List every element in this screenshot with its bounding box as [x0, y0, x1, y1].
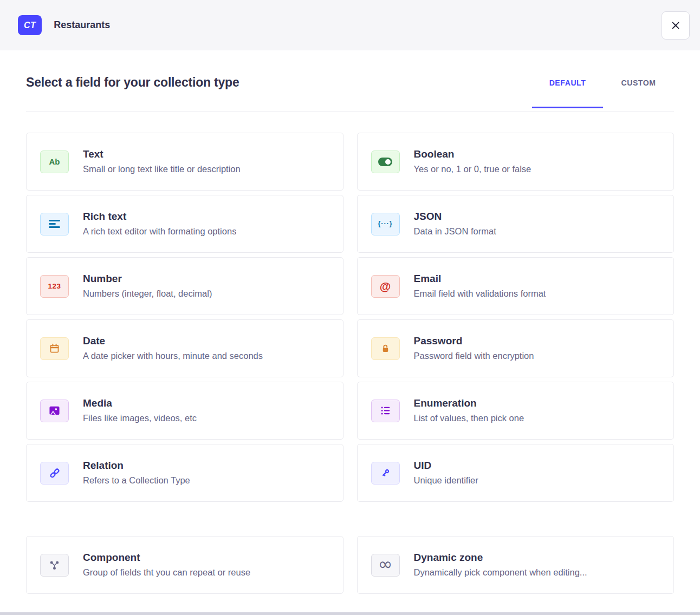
field-card-email[interactable]: @ Email Email field with validations for… [357, 257, 675, 315]
calendar-icon [40, 337, 69, 360]
field-card-json[interactable]: {···} JSON Data in JSON format [357, 195, 675, 253]
field-title: Dynamic zone [414, 552, 587, 564]
chain-link-icon [40, 462, 69, 485]
field-title: Password [414, 335, 534, 347]
field-title: Date [83, 335, 263, 347]
section-head: Select a field for your collection type … [26, 74, 674, 112]
toggle-on-icon [371, 151, 400, 173]
field-card-boolean[interactable]: Boolean Yes or no, 1 or 0, true or false [357, 133, 675, 191]
field-description: Email field with validations format [414, 289, 546, 299]
field-description: Unique identifier [414, 475, 478, 486]
header-left: CT Restaurants [18, 15, 110, 35]
tab-custom[interactable]: CUSTOM [603, 74, 674, 108]
text-lines-icon [40, 213, 69, 235]
footer-divider [0, 612, 700, 615]
field-title: Relation [83, 460, 190, 472]
numbers-123-icon: 123 [40, 275, 69, 298]
field-card-date[interactable]: Date A date picker with hours, minute an… [26, 319, 343, 377]
field-description: Yes or no, 1 or 0, true or false [414, 164, 532, 175]
field-card-number[interactable]: 123 Number Numbers (integer, float, deci… [26, 257, 343, 315]
field-description: Numbers (integer, float, decimal) [83, 289, 212, 299]
field-title: Component [83, 552, 250, 564]
field-title: UID [414, 460, 478, 472]
field-description: Group of fields tht you can repeat or re… [83, 567, 250, 578]
page-title: Select a field for your collection type [26, 74, 239, 112]
picture-icon [40, 400, 69, 422]
nodes-icon [40, 554, 69, 577]
field-description: Files like images, videos, etc [83, 413, 197, 424]
select-field-modal: CT Restaurants Select a field for your c… [0, 0, 700, 594]
advanced-fields-grid: Component Group of fields tht you can re… [26, 536, 674, 594]
field-description: A date picker with hours, minute and sec… [83, 351, 263, 362]
field-description: List of values, then pick one [414, 413, 524, 424]
letters-ab-icon: Ab [40, 151, 69, 173]
field-card-enumeration[interactable]: Enumeration List of values, then pick on… [357, 382, 675, 440]
field-description: Data in JSON format [414, 226, 496, 237]
bullet-list-icon [371, 400, 400, 422]
modal-header: CT Restaurants [0, 0, 700, 50]
field-card-uid[interactable]: UID Unique identifier [357, 444, 675, 502]
curly-braces-icon: {···} [371, 213, 400, 235]
field-card-media[interactable]: Media Files like images, videos, etc [26, 382, 343, 440]
field-title: Email [414, 273, 546, 285]
modal-title: Restaurants [54, 19, 110, 31]
field-title: Media [83, 397, 197, 409]
field-title: Rich text [83, 211, 236, 223]
field-card-dynamiczone[interactable]: ∞ Dynamic zone Dynamically pick componen… [357, 536, 675, 594]
at-sign-icon: @ [371, 275, 400, 298]
tabs: DEFAULT CUSTOM [532, 74, 674, 107]
infinity-icon: ∞ [371, 554, 400, 577]
field-title: Text [83, 148, 241, 160]
field-description: Small or long text like title or descrip… [83, 164, 241, 175]
tab-default[interactable]: DEFAULT [532, 74, 603, 108]
field-description: Password field with encryption [414, 351, 534, 362]
field-card-text[interactable]: Ab Text Small or long text like title or… [26, 133, 343, 191]
close-button[interactable] [662, 11, 690, 40]
lock-icon [371, 337, 400, 360]
field-card-component[interactable]: Component Group of fields tht you can re… [26, 536, 343, 594]
field-title: JSON [414, 211, 496, 223]
field-description: Dynamically pick component when editing.… [414, 567, 587, 578]
content-type-badge: CT [18, 15, 42, 35]
modal-body: Select a field for your collection type … [0, 50, 700, 594]
close-icon [670, 20, 681, 31]
field-card-relation[interactable]: Relation Refers to a Collection Type [26, 444, 343, 502]
field-description: A rich text editor with formating option… [83, 226, 236, 237]
field-card-richtext[interactable]: Rich text A rich text editor with format… [26, 195, 343, 253]
field-card-password[interactable]: Password Password field with encryption [357, 319, 675, 377]
key-icon [371, 462, 400, 485]
field-title: Boolean [414, 148, 532, 160]
field-description: Refers to a Collection Type [83, 475, 190, 486]
field-title: Enumeration [414, 397, 524, 409]
default-fields-grid: Ab Text Small or long text like title or… [26, 133, 674, 502]
field-title: Number [83, 273, 212, 285]
